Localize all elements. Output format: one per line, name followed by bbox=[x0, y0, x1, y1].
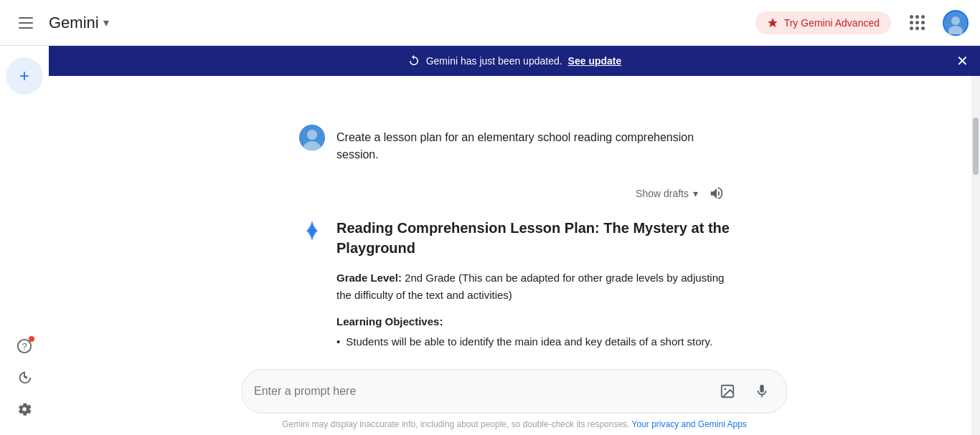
user-avatar-svg bbox=[299, 125, 325, 150]
svg-point-9 bbox=[724, 388, 726, 390]
show-drafts-bar: Show drafts ▾ bbox=[299, 181, 730, 206]
user-message-text: Create a lesson plan for an elementary s… bbox=[336, 125, 730, 163]
menu-button[interactable] bbox=[11, 9, 40, 37]
sound-icon bbox=[709, 186, 725, 201]
svg-text:?: ? bbox=[22, 341, 27, 352]
see-update-link[interactable]: See update bbox=[568, 55, 622, 67]
avatar-svg bbox=[944, 11, 967, 34]
grade-level-section: Grade Level: 2nd Grade (This can be adap… bbox=[336, 269, 730, 304]
objective-text-1: Students will be able to identify the ma… bbox=[346, 333, 712, 350]
response-title: Reading Comprehension Lesson Plan: The M… bbox=[336, 218, 730, 258]
footer-static-text: Gemini may display inaccurate info, incl… bbox=[282, 419, 629, 429]
update-icon bbox=[407, 54, 420, 67]
notification-dot bbox=[29, 336, 34, 342]
show-drafts-button[interactable]: Show drafts ▾ bbox=[636, 188, 698, 199]
svg-point-1 bbox=[951, 16, 960, 25]
image-upload-button[interactable] bbox=[715, 378, 740, 404]
header-left: Gemini ▾ bbox=[11, 9, 109, 37]
show-drafts-label: Show drafts bbox=[636, 188, 689, 199]
show-drafts-chevron-icon: ▾ bbox=[693, 188, 698, 199]
microphone-icon bbox=[754, 383, 770, 399]
avatar[interactable] bbox=[943, 10, 969, 36]
footer-text: Gemini may display inaccurate info, incl… bbox=[282, 419, 747, 429]
gemini-star-icon bbox=[301, 219, 324, 242]
settings-button[interactable] bbox=[10, 395, 39, 424]
apps-grid-button[interactable] bbox=[903, 9, 931, 37]
objectives-title: Learning Objectives: bbox=[336, 315, 730, 328]
scroll-track bbox=[971, 46, 980, 435]
history-button[interactable] bbox=[10, 363, 39, 392]
user-message: Create a lesson plan for an elementary s… bbox=[299, 125, 730, 163]
notification-message: Gemini has just been updated. bbox=[426, 55, 562, 67]
close-icon: ✕ bbox=[956, 52, 969, 70]
logo-area[interactable]: Gemini ▾ bbox=[49, 14, 109, 32]
scroll-thumb[interactable] bbox=[973, 118, 979, 175]
notification-banner: Gemini has just been updated. See update… bbox=[49, 46, 980, 76]
user-avatar bbox=[299, 125, 325, 150]
objective-item-1: Students will be able to identify the ma… bbox=[336, 333, 730, 350]
prompt-input[interactable] bbox=[254, 385, 706, 398]
microphone-button[interactable] bbox=[749, 378, 775, 404]
prompt-area: Gemini may display inaccurate info, incl… bbox=[49, 358, 980, 435]
new-chat-button[interactable]: + bbox=[6, 57, 43, 95]
try-advanced-button[interactable]: Try Gemini Advanced bbox=[755, 11, 891, 34]
header: Gemini ▾ Try Gemini Advanced bbox=[0, 0, 980, 46]
logo-text: Gemini bbox=[49, 14, 99, 32]
image-upload-icon bbox=[720, 383, 735, 399]
prompt-input-wrapper bbox=[242, 369, 787, 414]
sidebar: + ? bbox=[0, 46, 49, 435]
apps-grid-icon bbox=[910, 15, 925, 30]
avatar-image bbox=[944, 11, 967, 34]
header-right: Try Gemini Advanced bbox=[755, 9, 969, 37]
diamond-icon bbox=[767, 17, 778, 29]
svg-point-6 bbox=[307, 130, 317, 140]
gemini-icon bbox=[299, 218, 325, 244]
privacy-link[interactable]: Your privacy and Gemini Apps bbox=[632, 419, 747, 429]
close-banner-button[interactable]: ✕ bbox=[956, 52, 969, 70]
settings-icon bbox=[17, 401, 32, 417]
try-advanced-label: Try Gemini Advanced bbox=[784, 17, 880, 29]
logo-chevron-icon: ▾ bbox=[103, 16, 109, 29]
history-icon bbox=[17, 370, 32, 386]
grade-label: Grade Level: bbox=[336, 272, 402, 284]
help-button[interactable]: ? bbox=[10, 332, 39, 360]
sidebar-bottom: ? bbox=[10, 332, 39, 424]
sound-button[interactable] bbox=[704, 181, 730, 206]
plus-icon: + bbox=[19, 66, 29, 86]
